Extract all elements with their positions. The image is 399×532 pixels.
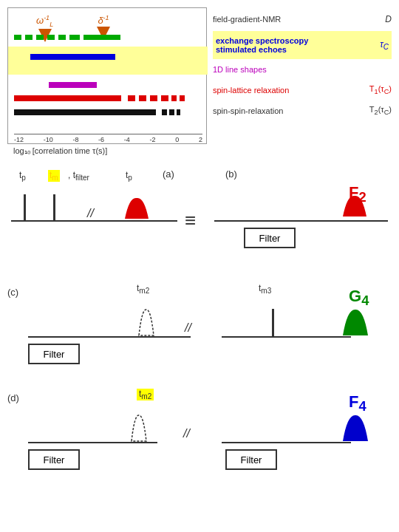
- tp-label-2: tp: [126, 170, 132, 182]
- tm-label: tm: [48, 170, 60, 182]
- bell-b-red: [340, 194, 369, 223]
- filter-box-c: Filter: [28, 344, 80, 364]
- filter-box-b: Filter: [244, 228, 296, 248]
- x-axis-label: log₁₀ [correlation time τ(s)]: [13, 146, 107, 156]
- filter-box-d1: Filter: [28, 449, 80, 470]
- blue-bar: [30, 54, 115, 60]
- legend-item-1: field-gradient-NMR D: [213, 7, 392, 31]
- break-d: //: [183, 427, 190, 440]
- legend-item-3: 1D line shapes: [213, 59, 392, 80]
- x-axis: -12-10-8-6-4-202: [14, 134, 202, 143]
- f4-label: F4: [349, 392, 366, 415]
- black-bar-small: [162, 109, 180, 115]
- pulse-c: [272, 309, 274, 337]
- pulse-a2: [53, 194, 55, 221]
- pulse-a1: [24, 194, 26, 221]
- green-bar: [14, 35, 120, 40]
- tm3-label-c: tm3: [259, 283, 271, 295]
- tm2-label-c: tm2: [137, 283, 149, 295]
- label-d: (d): [7, 392, 19, 403]
- line-a: [11, 220, 177, 222]
- red-bar-dashed: [128, 95, 167, 101]
- break-a1: //: [87, 207, 94, 220]
- chart-highlight-row: [8, 47, 208, 75]
- bell-c-outline: [136, 309, 157, 340]
- legend-item-5: spin-spin-relaxation T2(τC): [213, 100, 392, 121]
- g4-label: G4: [349, 287, 369, 309]
- diagram-d-row: (d) tm2 F4 Filter // Filter: [7, 389, 392, 488]
- chart-section: ω-1L δ-1: [7, 7, 392, 163]
- label-a: (a): [163, 168, 174, 180]
- purple-bar: [49, 82, 97, 88]
- label-c: (c): [7, 287, 18, 298]
- tp-label-1: tp: [19, 170, 26, 182]
- diagram-ab-row: (a) tp tm , tfilter tp // (b) ≡ Filter: [7, 168, 392, 276]
- legend-item-4: spin-lattice relaxation T1(τC): [213, 80, 392, 100]
- black-bar-solid: [14, 109, 156, 115]
- bell-d-blue: [340, 415, 371, 446]
- tm2-label-d: tm2: [137, 389, 154, 400]
- legend-item-2: exchange spectroscopy stimulated echoes …: [213, 31, 392, 59]
- label-b: (b): [225, 168, 237, 180]
- line-c2: [222, 336, 351, 338]
- line-c1: [28, 336, 191, 338]
- diagram-c-row: (c) tm2 tm3 G4 Filter //: [7, 283, 392, 383]
- red-bar-solid: [14, 95, 121, 101]
- red-bar-dashed2: [163, 95, 185, 101]
- tfilter-label: , tfilter: [68, 170, 89, 182]
- equiv-sign: ≡: [185, 209, 196, 232]
- bell-d-outline: [129, 415, 149, 446]
- legend: field-gradient-NMR D exchange spectrosco…: [213, 7, 392, 144]
- filter-box-d2: Filter: [225, 449, 277, 470]
- break-c: //: [185, 321, 191, 335]
- line-d2: [222, 442, 351, 443]
- chart-area: ω-1L δ-1: [7, 7, 207, 144]
- bell-c-green: [340, 309, 371, 340]
- diagrams-section: (a) tp tm , tfilter tp // (b) ≡ Filter: [7, 168, 392, 523]
- bell-a-red: [122, 197, 151, 225]
